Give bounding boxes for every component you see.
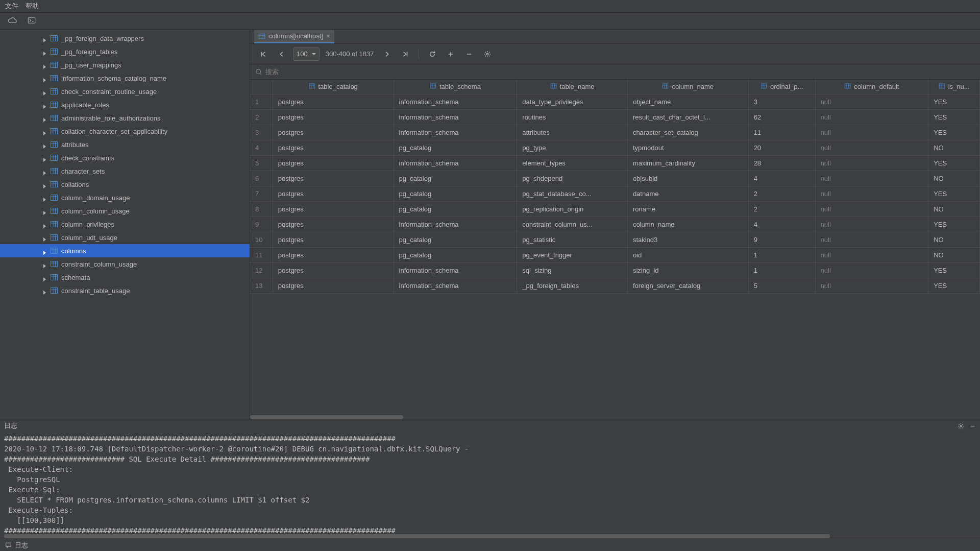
expand-arrow-icon[interactable] (43, 209, 47, 213)
tree-item-schemata[interactable]: schemata (0, 271, 250, 284)
cell[interactable]: postgres (273, 140, 394, 155)
expand-arrow-icon[interactable] (43, 36, 47, 40)
expand-arrow-icon[interactable] (43, 249, 47, 253)
cell[interactable]: sizing_id (627, 262, 748, 278)
table-row[interactable]: 1postgresinformation_schemadata_type_pri… (250, 94, 980, 109)
minimize-icon[interactable] (969, 423, 976, 429)
cell[interactable]: roname (627, 201, 748, 217)
tree-item-column_domain_usage[interactable]: column_domain_usage (0, 191, 250, 204)
expand-arrow-icon[interactable] (43, 116, 47, 120)
cell[interactable]: postgres (273, 171, 394, 186)
cell[interactable]: NO (928, 247, 980, 262)
cell[interactable]: pg_catalog (394, 247, 517, 262)
expand-arrow-icon[interactable] (43, 50, 47, 54)
cell[interactable]: YES (928, 109, 980, 125)
cell[interactable]: information_schema (394, 125, 517, 140)
cell[interactable]: null (815, 109, 928, 125)
cell[interactable]: pg_stat_database_co... (517, 186, 628, 201)
expand-arrow-icon[interactable] (43, 275, 47, 279)
cell[interactable]: 2 (748, 201, 815, 217)
column-header-column_name[interactable]: column_name (627, 80, 748, 94)
cell[interactable]: postgres (273, 217, 394, 232)
tree-item-attributes[interactable]: attributes (0, 138, 250, 151)
search-input[interactable] (265, 68, 975, 76)
cell[interactable]: 9 (748, 232, 815, 247)
expand-arrow-icon[interactable] (43, 63, 47, 67)
settings-button[interactable] (480, 47, 495, 61)
tree-item-_pg_user_mappings[interactable]: _pg_user_mappings (0, 58, 250, 71)
cell[interactable]: _pg_foreign_tables (517, 278, 628, 293)
column-header-is_nu[interactable]: is_nu... (928, 80, 980, 94)
expand-arrow-icon[interactable] (43, 262, 47, 266)
cell[interactable]: pg_replication_origin (517, 201, 628, 217)
cell[interactable]: null (815, 232, 928, 247)
cell[interactable]: pg_statistic (517, 232, 628, 247)
cell[interactable]: object_name (627, 94, 748, 109)
terminal-icon[interactable] (27, 16, 36, 27)
tree-item-collation_character_set_applicability[interactable]: collation_character_set_applicability (0, 125, 250, 138)
close-icon[interactable]: × (326, 32, 330, 40)
cell[interactable]: information_schema (394, 109, 517, 125)
expand-arrow-icon[interactable] (43, 289, 47, 293)
cell[interactable]: YES (928, 155, 980, 171)
column-header-ordinal_p[interactable]: ordinal_p... (748, 80, 815, 94)
column-header-column_default[interactable]: column_default (815, 80, 928, 94)
first-page-button[interactable] (256, 47, 271, 61)
cell[interactable]: pg_catalog (394, 171, 517, 186)
expand-arrow-icon[interactable] (43, 129, 47, 133)
cell[interactable]: postgres (273, 109, 394, 125)
table-row[interactable]: 2postgresinformation_schemaroutinesresul… (250, 109, 980, 125)
table-row[interactable]: 11postgrespg_catalogpg_event_triggeroid1… (250, 247, 980, 262)
last-page-button[interactable] (398, 47, 412, 61)
cell[interactable]: column_name (627, 217, 748, 232)
cell[interactable]: 62 (748, 109, 815, 125)
cell[interactable]: pg_event_trigger (517, 247, 628, 262)
chat-icon[interactable] (5, 542, 12, 548)
cell[interactable]: postgres (273, 125, 394, 140)
cell[interactable]: NO (928, 232, 980, 247)
cell[interactable]: null (815, 247, 928, 262)
table-row[interactable]: 13postgresinformation_schema_pg_foreign_… (250, 278, 980, 293)
cell[interactable]: 1 (748, 247, 815, 262)
cell[interactable]: YES (928, 217, 980, 232)
tree-item-applicable_roles[interactable]: applicable_roles (0, 98, 250, 111)
tree-item-column_privileges[interactable]: column_privileges (0, 218, 250, 231)
expand-arrow-icon[interactable] (43, 169, 47, 173)
cell[interactable]: 3 (748, 94, 815, 109)
tree-item-column_column_usage[interactable]: column_column_usage (0, 204, 250, 218)
log-output[interactable]: ########################################… (0, 432, 980, 534)
cell[interactable]: 4 (748, 217, 815, 232)
table-row[interactable]: 3postgresinformation_schemaattributescha… (250, 125, 980, 140)
cell[interactable]: null (815, 201, 928, 217)
tree-item-columns[interactable]: columns (0, 244, 250, 257)
tab-columns[interactable]: columns[localhost] × (254, 30, 334, 43)
tree-item-_pg_foreign_tables[interactable]: _pg_foreign_tables (0, 45, 250, 58)
expand-arrow-icon[interactable] (43, 156, 47, 160)
cell[interactable]: null (815, 155, 928, 171)
page-size-select[interactable]: 100 (293, 47, 320, 61)
cell[interactable]: null (815, 278, 928, 293)
refresh-button[interactable] (425, 47, 439, 61)
gear-icon[interactable] (958, 423, 964, 429)
expand-arrow-icon[interactable] (43, 89, 47, 93)
cell[interactable]: 28 (748, 155, 815, 171)
tree-item-check_constraints[interactable]: check_constraints (0, 151, 250, 164)
cell[interactable]: YES (928, 94, 980, 109)
menu-file[interactable]: 文件 (5, 2, 18, 11)
cell[interactable]: null (815, 217, 928, 232)
cell[interactable]: null (815, 262, 928, 278)
cell[interactable]: pg_catalog (394, 186, 517, 201)
cell[interactable]: oid (627, 247, 748, 262)
status-label[interactable]: 日志 (15, 541, 28, 550)
cell[interactable]: element_types (517, 155, 628, 171)
cell[interactable]: null (815, 94, 928, 109)
delete-row-button[interactable] (462, 47, 476, 61)
cell[interactable]: null (815, 171, 928, 186)
expand-arrow-icon[interactable] (43, 235, 47, 239)
schema-tree[interactable]: _pg_foreign_data_wrappers_pg_foreign_tab… (0, 30, 250, 420)
cell[interactable]: typmodout (627, 140, 748, 155)
cell[interactable]: foreign_server_catalog (627, 278, 748, 293)
table-row[interactable]: 6postgrespg_catalogpg_shdependobjsubid4n… (250, 171, 980, 186)
cell[interactable]: information_schema (394, 262, 517, 278)
table-row[interactable]: 5postgresinformation_schemaelement_types… (250, 155, 980, 171)
